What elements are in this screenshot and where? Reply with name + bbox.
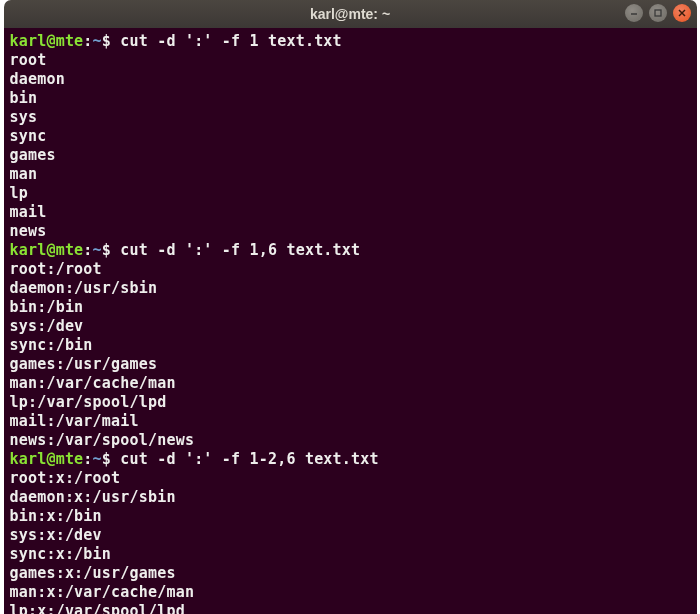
output-line: games:/usr/games [10,355,691,374]
command-text: cut -d ':' -f 1,6 text.txt [111,241,360,259]
output-line: man:x:/var/cache/man [10,583,691,602]
output-line: root:/root [10,260,691,279]
prompt-path: ~ [93,32,102,50]
prompt-path: ~ [93,241,102,259]
terminal-window: karl@mte: ~ karl@mte:~$ cut -d ':' -f 1 … [4,0,697,614]
maximize-icon [653,8,663,18]
prompt-sep: : [83,32,92,50]
output-line: root:x:/root [10,469,691,488]
output-line: daemon [10,70,691,89]
window-controls [625,4,691,22]
maximize-button[interactable] [649,4,667,22]
output-line: news [10,222,691,241]
output-line: lp [10,184,691,203]
output-line: mail [10,203,691,222]
prompt-sep: : [83,450,92,468]
output-line: sys:/dev [10,317,691,336]
prompt-line: karl@mte:~$ cut -d ':' -f 1 text.txt [10,32,691,51]
window-title: karl@mte: ~ [310,6,390,22]
output-line: sync [10,127,691,146]
prompt-sep: : [83,241,92,259]
prompt-dollar: $ [102,32,111,50]
output-line: sys [10,108,691,127]
prompt-dollar: $ [102,450,111,468]
output-line: daemon:/usr/sbin [10,279,691,298]
minimize-icon [629,8,639,18]
output-line: games [10,146,691,165]
output-line: sync:x:/bin [10,545,691,564]
svg-rect-1 [655,10,661,16]
output-line: man:/var/cache/man [10,374,691,393]
output-line: sync:/bin [10,336,691,355]
output-line: mail:/var/mail [10,412,691,431]
prompt-user: karl@mte [10,241,84,259]
output-line: news:/var/spool/news [10,431,691,450]
close-icon [677,8,687,18]
prompt-dollar: $ [102,241,111,259]
output-line: games:x:/usr/games [10,564,691,583]
output-line: lp:/var/spool/lpd [10,393,691,412]
terminal-body[interactable]: karl@mte:~$ cut -d ':' -f 1 text.txt roo… [4,28,697,614]
output-line: daemon:x:/usr/sbin [10,488,691,507]
output-line: sys:x:/dev [10,526,691,545]
minimize-button[interactable] [625,4,643,22]
prompt-line: karl@mte:~$ cut -d ':' -f 1,6 text.txt [10,241,691,260]
prompt-line: karl@mte:~$ cut -d ':' -f 1-2,6 text.txt [10,450,691,469]
prompt-path: ~ [93,450,102,468]
prompt-user: karl@mte [10,32,84,50]
command-text: cut -d ':' -f 1 text.txt [111,32,342,50]
output-line: lp:x:/var/spool/lpd [10,602,691,614]
output-line: bin:x:/bin [10,507,691,526]
output-line: bin:/bin [10,298,691,317]
close-button[interactable] [673,4,691,22]
output-line: root [10,51,691,70]
output-line: man [10,165,691,184]
output-line: bin [10,89,691,108]
prompt-user: karl@mte [10,450,84,468]
titlebar[interactable]: karl@mte: ~ [4,0,697,28]
command-text: cut -d ':' -f 1-2,6 text.txt [111,450,379,468]
